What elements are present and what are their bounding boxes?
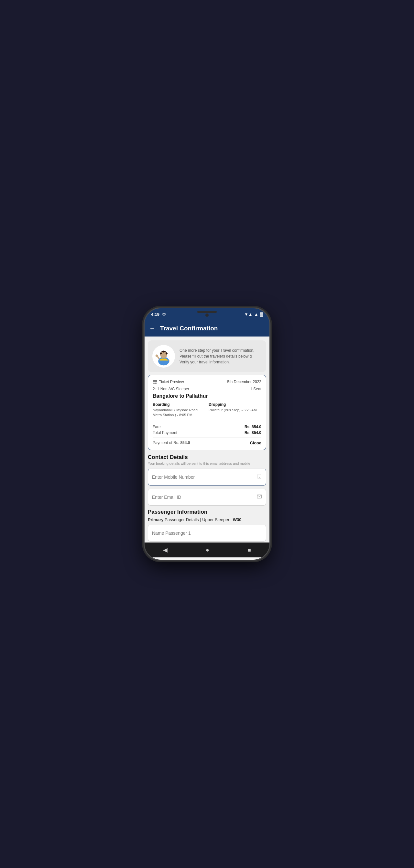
avatar [152, 345, 175, 368]
nav-recent-button[interactable]: ■ [241, 547, 257, 554]
svg-rect-10 [258, 474, 261, 479]
passenger-name-container[interactable] [148, 525, 266, 541]
svg-rect-6 [153, 380, 157, 383]
gear-icon: ⚙ [162, 312, 166, 317]
info-text: One more step for your Travel confirmati… [179, 347, 262, 365]
ticket-card: Ticket Preview 5th December 2022 2+1 Non… [148, 375, 266, 450]
mobile-input-container[interactable] [148, 469, 266, 486]
route-title: Bangalore to Pallathur [153, 393, 261, 399]
status-time: 4:19 [151, 312, 160, 317]
email-input-container[interactable] [148, 489, 266, 505]
contact-title: Contact Details [148, 454, 266, 461]
back-button[interactable]: ← [149, 324, 156, 332]
ticket-type: 2+1 Non A/C Sleeper [153, 387, 189, 391]
fare-value: Rs. 854.0 [244, 425, 261, 429]
mobile-input[interactable] [152, 474, 257, 480]
passenger-info-title: Passenger Information [148, 509, 266, 515]
total-value: Rs. 854.0 [244, 430, 261, 435]
fare-label: Fare [153, 425, 161, 429]
signal-icon: ▲ [254, 312, 258, 317]
email-input[interactable] [152, 495, 257, 500]
boarding-value: Nayandahalli ( Mysore Road Metro Station… [153, 408, 205, 418]
payment-text: Payment of Rs. 854.0 [153, 440, 190, 445]
passenger-primary-row: Primary Passenger Details | Upper Sleepe… [148, 517, 266, 522]
ticket-seats: 1 Seat [250, 387, 261, 391]
ticket-preview-label: Ticket Preview [153, 380, 184, 384]
info-banner: One more step for your Travel confirmati… [148, 340, 266, 372]
nav-back-button[interactable]: ◀ [157, 547, 174, 554]
phone-icon [257, 474, 262, 480]
svg-point-2 [160, 353, 162, 355]
email-icon [257, 494, 262, 500]
total-label: Total Payment [153, 430, 177, 435]
passenger-name-input[interactable] [152, 530, 262, 536]
svg-point-3 [163, 351, 165, 353]
main-content: One more step for your Travel confirmati… [144, 337, 270, 542]
svg-point-4 [166, 353, 168, 355]
svg-point-5 [156, 355, 158, 357]
wifi-icon: ▼▲ [244, 312, 252, 317]
contact-subtitle: Your booking details will be sent to thi… [148, 462, 266, 465]
ticket-date: 5th December 2022 [228, 380, 261, 384]
dropping-value: Pallathur (Bus Stop) - 6:25 AM [209, 408, 261, 413]
dropping-label: Dropping [209, 402, 261, 407]
nav-bar: ◀ ● ■ [144, 542, 270, 557]
nav-home-button[interactable]: ● [199, 547, 216, 554]
battery-icon: ▓ [260, 312, 263, 317]
payment-amount: 854.0 [180, 440, 190, 445]
close-button[interactable]: Close [250, 440, 261, 445]
boarding-label: Boarding [153, 402, 205, 407]
header: ← Travel Confirmation [144, 321, 270, 337]
page-title: Travel Confirmation [160, 325, 218, 332]
